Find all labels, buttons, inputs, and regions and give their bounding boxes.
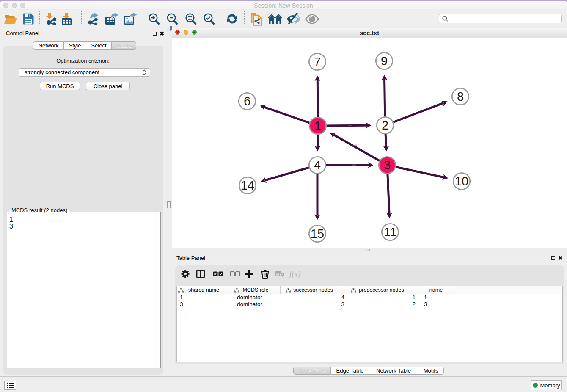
svg-text:7: 7 <box>314 55 321 69</box>
svg-text:3: 3 <box>384 158 391 172</box>
svg-text:4: 4 <box>314 158 321 172</box>
svg-text:15: 15 <box>311 227 324 240</box>
svg-text:1: 1 <box>314 119 321 133</box>
svg-text:6: 6 <box>244 94 250 108</box>
svg-text:9: 9 <box>381 54 388 68</box>
svg-text:8: 8 <box>457 90 464 103</box>
svg-text:11: 11 <box>384 225 396 239</box>
svg-text:2: 2 <box>382 119 388 132</box>
svg-text:14: 14 <box>241 179 254 192</box>
svg-text:10: 10 <box>455 174 468 188</box>
